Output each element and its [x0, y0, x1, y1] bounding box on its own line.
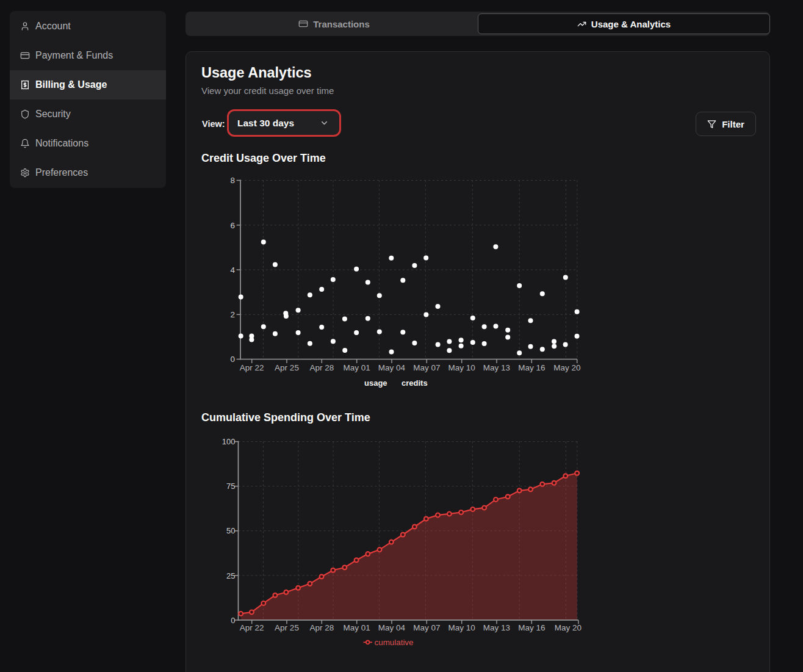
svg-text:May 04: May 04 [378, 623, 406, 632]
svg-text:May 07: May 07 [413, 623, 440, 632]
svg-text:May 13: May 13 [483, 363, 510, 372]
svg-text:May 04: May 04 [378, 363, 406, 372]
svg-text:May 16: May 16 [518, 363, 545, 372]
svg-text:75: 75 [226, 482, 235, 491]
svg-text:usage: usage [364, 378, 387, 388]
svg-text:May 20: May 20 [553, 363, 580, 372]
svg-text:25: 25 [226, 571, 235, 580]
svg-text:May 20: May 20 [555, 623, 582, 632]
svg-text:cumulative: cumulative [375, 638, 414, 647]
svg-text:May 10: May 10 [448, 623, 475, 632]
svg-text:Apr 25: Apr 25 [275, 363, 299, 372]
svg-text:Apr 28: Apr 28 [309, 363, 334, 372]
svg-text:Apr 22: Apr 22 [240, 363, 264, 372]
svg-text:2: 2 [230, 310, 235, 319]
svg-text:100: 100 [222, 437, 236, 446]
svg-text:May 16: May 16 [518, 623, 545, 632]
svg-text:50: 50 [226, 526, 235, 535]
svg-text:Apr 22: Apr 22 [240, 623, 264, 632]
svg-text:0: 0 [231, 616, 235, 625]
svg-text:May 01: May 01 [344, 363, 370, 372]
svg-text:4: 4 [230, 266, 235, 275]
svg-text:Apr 25: Apr 25 [275, 623, 299, 632]
svg-text:May 10: May 10 [448, 363, 475, 372]
svg-text:6: 6 [230, 221, 235, 230]
svg-text:credits: credits [402, 378, 428, 388]
svg-text:May 13: May 13 [483, 623, 510, 632]
svg-text:0: 0 [230, 355, 235, 364]
svg-text:8: 8 [230, 176, 235, 185]
svg-text:Apr 28: Apr 28 [309, 623, 334, 632]
svg-text:May 01: May 01 [344, 623, 370, 632]
svg-text:May 07: May 07 [413, 363, 440, 372]
